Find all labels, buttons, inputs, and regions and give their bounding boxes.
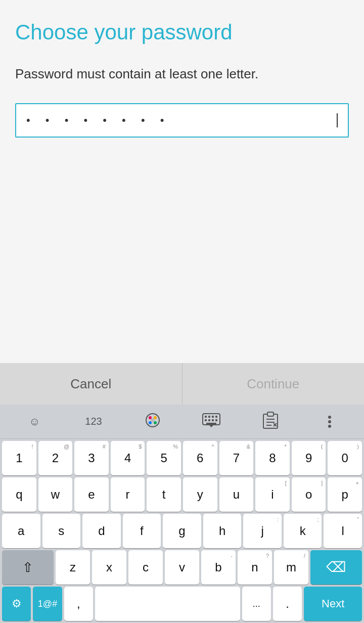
svg-rect-14 [215, 419, 217, 421]
key-x[interactable]: x [92, 550, 126, 585]
key-b[interactable]: -b [201, 550, 236, 585]
password-hint: Password must contain at least one lette… [15, 65, 349, 83]
next-key[interactable]: Next [304, 587, 362, 621]
key-i[interactable]: [i [255, 477, 290, 512]
key-l[interactable]: "l [324, 514, 362, 548]
key-4[interactable]: $4 [111, 441, 145, 475]
numbers-label: 123 [85, 416, 102, 427]
key-m[interactable]: /m [274, 550, 308, 585]
emoji-toolbar-button[interactable]: ☺ [5, 405, 64, 438]
cancel-button[interactable]: Cancel [0, 363, 183, 405]
content-area: Choose your password Password must conta… [0, 0, 364, 153]
svg-rect-12 [208, 419, 210, 421]
svg-rect-13 [212, 419, 214, 421]
key-row-numbers: !1 @2 #3 $4 %5 ^6 &7 *8 (9 )0 [2, 441, 362, 475]
svg-point-2 [154, 416, 157, 419]
more-toolbar-button[interactable] [300, 405, 359, 438]
key-j[interactable]: :j [243, 514, 282, 548]
key-n[interactable]: ?n [238, 550, 272, 585]
key-row-bottom: ⚙ 1@# , ... . Next [2, 587, 362, 621]
key-2[interactable]: @2 [38, 441, 73, 475]
clipboard-icon [263, 412, 278, 432]
key-f[interactable]: f [123, 514, 161, 548]
key-0[interactable]: )0 [328, 441, 362, 475]
svg-rect-9 [212, 416, 214, 418]
more-icon [328, 416, 331, 428]
svg-point-3 [154, 421, 157, 424]
svg-rect-7 [205, 416, 207, 418]
emoji-icon: ☺ [29, 415, 40, 428]
key-k[interactable]: ;k [284, 514, 322, 548]
svg-rect-8 [208, 416, 210, 418]
comma-key[interactable]: , [64, 587, 93, 621]
space-key[interactable] [95, 587, 240, 621]
key-s[interactable]: s [42, 514, 81, 548]
key-row-zxcv: ⇧ z x c v -b ?n /m ⌫ [2, 550, 362, 585]
ellipsis-key[interactable]: ... [242, 587, 271, 621]
action-bar: Cancel Continue [0, 363, 364, 405]
key-u[interactable]: u [219, 477, 254, 512]
password-dots: • • • • • • • • [26, 114, 337, 127]
key-q[interactable]: q [2, 477, 36, 512]
key-t[interactable]: t [147, 477, 181, 512]
svg-rect-18 [267, 412, 274, 416]
key-d[interactable]: d [82, 514, 121, 548]
key-3[interactable]: #3 [74, 441, 109, 475]
continue-button[interactable]: Continue [183, 363, 365, 405]
svg-point-1 [149, 416, 152, 419]
shift-key[interactable]: ⇧ [2, 550, 54, 585]
key-g[interactable]: g [163, 514, 201, 548]
svg-point-4 [149, 421, 152, 424]
page-title: Choose your password [15, 20, 349, 45]
key-9[interactable]: (9 [292, 441, 326, 475]
key-7[interactable]: &7 [219, 441, 254, 475]
key-z[interactable]: z [56, 550, 90, 585]
content-spacer [0, 153, 364, 363]
svg-rect-10 [215, 416, 217, 418]
key-1[interactable]: !1 [2, 441, 36, 475]
key-8[interactable]: *8 [255, 441, 290, 475]
theme-icon [145, 412, 161, 431]
svg-rect-15 [206, 423, 216, 425]
key-c[interactable]: c [128, 550, 163, 585]
gear-key[interactable]: ⚙ [2, 587, 31, 621]
text-cursor [337, 113, 338, 127]
backspace-key[interactable]: ⌫ [310, 550, 362, 585]
svg-marker-16 [209, 425, 213, 427]
keyboard: !1 @2 #3 $4 %5 ^6 &7 *8 (9 )0 q w e r t … [0, 439, 364, 623]
period-key[interactable]: . [273, 587, 302, 621]
keyboard-toolbar: ☺ 123 [0, 405, 364, 439]
key-5[interactable]: %5 [147, 441, 181, 475]
svg-rect-11 [205, 419, 207, 421]
key-y[interactable]: y [183, 477, 217, 512]
theme-toolbar-button[interactable] [123, 405, 182, 438]
numbers-toolbar-button[interactable]: 123 [64, 405, 123, 438]
password-input-wrapper[interactable]: • • • • • • • • [15, 103, 349, 138]
key-e[interactable]: e [74, 477, 109, 512]
key-a[interactable]: a [2, 514, 40, 548]
key-r[interactable]: r [111, 477, 145, 512]
keyboard-toolbar-button[interactable] [182, 405, 241, 438]
key-6[interactable]: ^6 [183, 441, 217, 475]
svg-point-5 [151, 418, 155, 422]
key-p[interactable]: +p [328, 477, 362, 512]
numpad-key[interactable]: 1@# [33, 587, 62, 621]
key-h[interactable]: h [203, 514, 242, 548]
key-w[interactable]: w [38, 477, 73, 512]
clipboard-toolbar-button[interactable] [241, 405, 300, 438]
key-o[interactable]: ]o [292, 477, 326, 512]
keyboard-icon [202, 413, 220, 430]
key-row-qwerty: q w e r t y u [i ]o +p [2, 477, 362, 512]
key-row-asdf: a s d f g h :j ;k "l [2, 514, 362, 548]
key-v[interactable]: v [165, 550, 199, 585]
